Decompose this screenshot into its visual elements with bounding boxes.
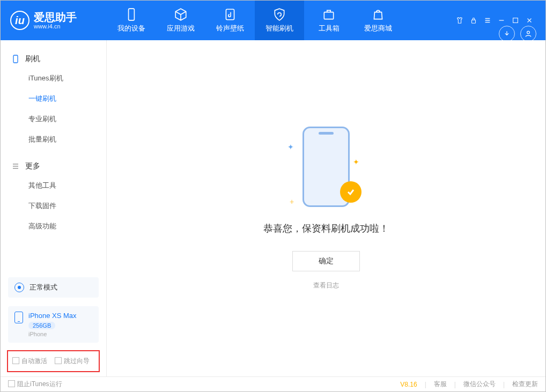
svg-rect-3 <box>472 20 476 23</box>
footer-support-link[interactable]: 客服 <box>434 380 447 389</box>
header: iu 爱思助手 www.i4.cn 我的设备 应用游戏 铃声壁纸 智能刷机 工具… <box>1 1 545 40</box>
success-illustration: ✦ ✦ + <box>289 127 364 212</box>
lock-icon[interactable] <box>468 15 479 26</box>
logo[interactable]: iu 爱思助手 www.i4.cn <box>1 11 107 30</box>
main-nav: 我的设备 应用游戏 铃声壁纸 智能刷机 工具箱 爱思商城 <box>107 1 403 40</box>
close-button[interactable] <box>524 15 535 26</box>
app-url: www.i4.cn <box>34 23 77 29</box>
success-message: 恭喜您，保资料刷机成功啦！ <box>263 222 389 235</box>
device-capacity: 256GB <box>28 322 55 329</box>
bag-icon <box>371 8 385 21</box>
checkbox-skip-guide[interactable]: 跳过向导 <box>55 357 90 366</box>
cube-icon <box>174 8 188 21</box>
sidebar-item-download-firmware[interactable]: 下载固件 <box>1 196 106 216</box>
phone-small-icon <box>14 312 23 323</box>
sidebar-item-batch-flash[interactable]: 批量刷机 <box>1 129 106 150</box>
list-icon <box>11 162 20 171</box>
sidebar-group-flash[interactable]: 刷机 <box>1 50 106 68</box>
main-content: ✦ ✦ + 恭喜您，保资料刷机成功啦！ 确定 查看日志 <box>107 40 545 376</box>
phone-icon <box>124 8 138 21</box>
tshirt-icon[interactable] <box>454 15 465 26</box>
nav-apps[interactable]: 应用游戏 <box>156 1 205 40</box>
music-file-icon <box>223 8 237 21</box>
nav-toolbox[interactable]: 工具箱 <box>304 1 353 40</box>
sidebar-item-other-tools[interactable]: 其他工具 <box>1 175 106 196</box>
header-right <box>454 15 545 26</box>
checkbox-block-itunes[interactable]: 阻止iTunes运行 <box>8 380 62 389</box>
view-log-link[interactable]: 查看日志 <box>313 281 339 290</box>
toolbox-icon <box>322 8 336 21</box>
svg-rect-6 <box>13 55 18 63</box>
shield-refresh-icon <box>272 8 286 21</box>
nav-shop[interactable]: 爱思商城 <box>353 1 403 40</box>
sidebar: 刷机 iTunes刷机 一键刷机 专业刷机 批量刷机 更多 其他工具 下载固件 … <box>1 40 107 376</box>
mode-icon <box>14 283 24 292</box>
checkbox-auto-activate[interactable]: 自动激活 <box>12 357 47 366</box>
download-button[interactable] <box>499 26 515 42</box>
ok-button[interactable]: 确定 <box>292 251 360 271</box>
minimize-button[interactable] <box>496 15 507 26</box>
footer-wechat-link[interactable]: 微信公众号 <box>463 380 496 389</box>
svg-rect-1 <box>226 9 234 20</box>
device-name: iPhone XS Max <box>28 312 77 320</box>
footer-update-link[interactable]: 检查更新 <box>512 380 538 389</box>
device-box[interactable]: iPhone XS Max 256GB iPhone <box>8 306 99 343</box>
nav-ringtones[interactable]: 铃声壁纸 <box>205 1 255 40</box>
svg-point-5 <box>527 31 530 34</box>
check-badge-icon <box>340 181 361 203</box>
footer: 阻止iTunes运行 V8.16 | 客服 | 微信公众号 | 检查更新 <box>1 376 545 391</box>
options-highlight-box: 自动激活 跳过向导 <box>7 350 100 372</box>
svg-rect-2 <box>324 12 333 19</box>
svg-rect-0 <box>129 9 135 20</box>
device-type: iPhone <box>28 331 77 337</box>
nav-my-device[interactable]: 我的设备 <box>107 1 156 40</box>
device-icon <box>11 55 20 63</box>
app-name: 爱思助手 <box>34 11 77 23</box>
version-label: V8.16 <box>400 381 417 388</box>
nav-flash[interactable]: 智能刷机 <box>255 1 304 40</box>
sidebar-group-more[interactable]: 更多 <box>1 157 106 175</box>
sidebar-item-advanced[interactable]: 高级功能 <box>1 216 106 236</box>
user-button[interactable] <box>520 26 536 42</box>
svg-rect-4 <box>513 18 518 23</box>
menu-icon[interactable] <box>482 15 493 26</box>
mode-box[interactable]: 正常模式 <box>8 277 99 298</box>
logo-icon: iu <box>10 11 29 30</box>
sidebar-item-oneclick-flash[interactable]: 一键刷机 <box>1 88 106 109</box>
sidebar-item-pro-flash[interactable]: 专业刷机 <box>1 109 106 129</box>
sidebar-item-itunes-flash[interactable]: iTunes刷机 <box>1 68 106 88</box>
maximize-button[interactable] <box>510 15 521 26</box>
